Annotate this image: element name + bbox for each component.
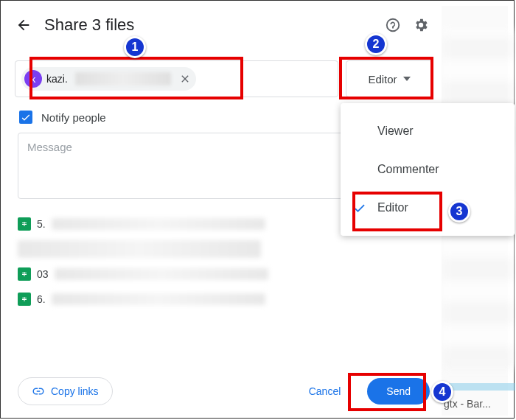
people-input[interactable]: k kazi. bbox=[15, 60, 338, 97]
chip-remove-icon[interactable] bbox=[178, 72, 192, 85]
dialog-title: Share 3 files bbox=[44, 15, 372, 35]
file-name-redacted bbox=[55, 268, 268, 280]
svg-rect-7 bbox=[24, 272, 25, 276]
file-name-prefix: 6. bbox=[37, 293, 46, 305]
chip-avatar: k bbox=[24, 70, 42, 88]
people-row: k kazi. Editor bbox=[15, 60, 433, 97]
link-icon bbox=[32, 385, 45, 398]
file-name-prefix: 03 bbox=[37, 268, 49, 280]
role-option-editor[interactable]: Editor bbox=[341, 189, 515, 227]
annotation-marker-2: 2 bbox=[365, 33, 387, 55]
role-option-label: Viewer bbox=[377, 125, 414, 138]
annotation-marker-4: 4 bbox=[431, 381, 453, 403]
role-option-label: Commenter bbox=[377, 163, 439, 176]
annotation-marker-3: 3 bbox=[448, 200, 470, 223]
role-select-label: Editor bbox=[368, 73, 397, 85]
notify-checkbox[interactable] bbox=[19, 111, 32, 124]
role-select[interactable]: Editor bbox=[346, 60, 433, 97]
check-icon bbox=[352, 200, 367, 215]
annotation-marker-1: 1 bbox=[124, 36, 146, 58]
role-option-viewer[interactable]: Viewer bbox=[341, 112, 515, 150]
file-row-redacted bbox=[18, 240, 261, 258]
copy-links-label: Copy links bbox=[51, 385, 99, 397]
help-icon[interactable] bbox=[384, 16, 402, 34]
file-name-redacted bbox=[52, 293, 265, 305]
person-chip[interactable]: k kazi. bbox=[21, 67, 196, 91]
role-option-commenter[interactable]: Commenter bbox=[341, 150, 515, 189]
header-icon-group bbox=[384, 16, 430, 34]
dialog-footer: Copy links Cancel Send bbox=[18, 377, 430, 405]
notify-label: Notify people bbox=[41, 111, 106, 124]
sheets-icon bbox=[18, 267, 31, 281]
role-dropdown: Viewer Commenter Editor bbox=[341, 103, 515, 236]
back-arrow-icon[interactable] bbox=[15, 16, 32, 34]
copy-links-button[interactable]: Copy links bbox=[18, 377, 113, 405]
file-row: 03 bbox=[18, 265, 430, 283]
svg-rect-11 bbox=[24, 297, 25, 301]
chevron-down-icon bbox=[403, 77, 411, 81]
file-row: 6. bbox=[18, 290, 430, 308]
svg-rect-3 bbox=[24, 222, 25, 226]
send-button[interactable]: Send bbox=[367, 378, 430, 405]
cancel-button[interactable]: Cancel bbox=[301, 379, 349, 403]
chip-redacted bbox=[75, 72, 171, 85]
sheets-icon bbox=[18, 293, 31, 306]
role-option-label: Editor bbox=[377, 201, 408, 214]
file-name-redacted bbox=[52, 218, 265, 230]
chip-label: kazi. bbox=[46, 73, 68, 85]
file-name-prefix: 5. bbox=[37, 218, 46, 230]
sheets-icon bbox=[18, 217, 31, 231]
background-truncated-text: gtx - Bar... bbox=[444, 398, 491, 410]
gear-icon[interactable] bbox=[412, 16, 430, 34]
